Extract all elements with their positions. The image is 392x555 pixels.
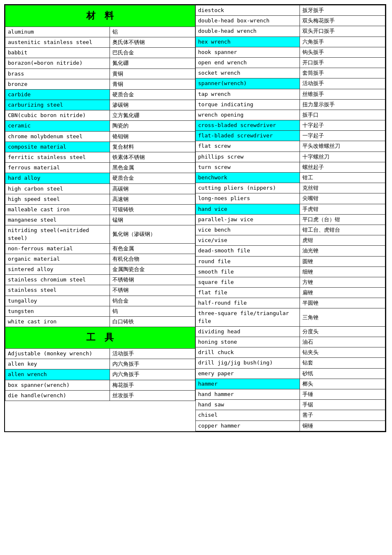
zh-term: 铜锤 (300, 421, 385, 431)
zh-term: 分度头 (300, 326, 385, 337)
zh-term: 手锯 (300, 400, 385, 410)
table-row: vice/vise虎钳 (195, 235, 385, 246)
zh-term: 圆锉 (300, 256, 385, 266)
zh-term: 复合材料 (110, 142, 195, 152)
en-term: babbit (5, 48, 110, 58)
zh-term: 黑色金属 (110, 163, 195, 173)
zh-term: 铬钼钢 (110, 131, 195, 142)
table-row: flat-bladed screwdriver一字起子 (195, 131, 385, 141)
zh-term: 扁锉 (300, 288, 385, 298)
en-term: honing stone (195, 337, 300, 347)
en-term: spanner(wrench) (195, 78, 300, 89)
zh-term: 六角扳手 (300, 37, 385, 47)
zh-term: 钳工台、虎钳台 (300, 225, 385, 235)
en-term: drill chuck (195, 347, 300, 358)
en-term: tungalloy (5, 296, 110, 306)
table-row: copper hammer铜锤 (195, 421, 385, 431)
table-row: double-head wrench双头开口扳手 (195, 26, 385, 37)
zh-term: 黄铜 (110, 68, 195, 79)
en-term: round file (195, 256, 300, 266)
zh-term: 铁素体不锈钢 (110, 152, 195, 163)
table-row: hand hammer手锤 (195, 389, 385, 399)
right-main-table: diestock扳牙扳手double-head box-wrench双头梅花扳手… (195, 5, 386, 431)
en-term: turn screw (195, 162, 300, 172)
table-row: round file圆锉 (195, 256, 385, 266)
left-panel: 材 料aluminum铝austenitic stainless steel奥氏… (5, 5, 195, 431)
table-row: austenitic stainless steel奥氏体不锈钢 (5, 37, 195, 47)
en-term: composite material (5, 142, 110, 152)
table-row: tungalloy钨合金 (5, 296, 195, 306)
left-main-table: 材 料aluminum铝austenitic stainless steel奥氏… (5, 5, 195, 401)
zh-term: 尖嘴钳 (300, 193, 385, 204)
en-term: cross-bladed screwdriver (195, 120, 300, 131)
zh-term: 平头改锥螺丝刀 (300, 141, 385, 152)
table-row: hex wrench六角扳手 (195, 37, 385, 47)
en-term: vice/vise (195, 235, 300, 246)
table-row: smooth file细锉 (195, 266, 385, 277)
en-term: white cast iron (5, 317, 110, 327)
table-row: Adjustable (monkey wrench)活动扳手 (5, 349, 195, 359)
table-row: long-noes pliers尖嘴钳 (195, 193, 385, 204)
table-row: allen key内六角扳手 (5, 359, 195, 369)
page-container: 材 料aluminum铝austenitic stainless steel奥氏… (4, 4, 386, 432)
en-term: open end wrench (195, 57, 300, 68)
zh-term: 开口扳手 (300, 57, 385, 68)
zh-term: 十字起子 (300, 120, 385, 131)
zh-term: 内六角扳手 (110, 369, 195, 380)
table-row: diestock扳牙扳手 (195, 5, 385, 16)
en-term: benchwork (195, 173, 300, 183)
table-row: composite material复合材料 (5, 142, 195, 152)
zh-term: 钨合金 (110, 296, 195, 306)
materials-section-header: 材 料 (5, 5, 195, 27)
en-term: non-ferrous material (5, 243, 110, 254)
en-term: phillips screw (195, 152, 300, 162)
table-row: hook spanner钩头扳手 (195, 47, 385, 57)
table-row: turn screw螺丝起子 (195, 162, 385, 172)
en-term: bronze (5, 79, 110, 89)
en-term: box spanner(wrench) (5, 380, 110, 390)
en-term: chisel (195, 410, 300, 421)
en-term: tungsten (5, 306, 110, 316)
zh-term: 钻夹头 (300, 347, 385, 358)
zh-term: 活动扳手 (300, 78, 385, 89)
table-row: vice bench钳工台、虎钳台 (195, 225, 385, 235)
en-term: three-square file/triangular file (195, 308, 300, 326)
table-row: spanner(wrench)活动扳手 (195, 78, 385, 89)
en-term: high carbon steel (5, 183, 110, 194)
zh-term: 虎钳 (300, 235, 385, 246)
en-term: flat-bladed screwdriver (195, 131, 300, 141)
table-row: hammer榔头 (195, 379, 385, 389)
en-term: vice bench (195, 225, 300, 235)
zh-term: 锰钢 (110, 215, 195, 225)
en-term: carburizing steel (5, 100, 110, 110)
table-row: square file方锉 (195, 277, 385, 287)
zh-term: 榔头 (300, 379, 385, 389)
en-term: hand hammer (195, 389, 300, 399)
table-row: carburizing steel渗碳钢 (5, 100, 195, 110)
zh-term: 立方氮化硼 (110, 110, 195, 121)
zh-term: 砂纸 (300, 368, 385, 379)
zh-term: 氮化钢（渗碳钢） (110, 225, 195, 243)
zh-term: 青铜 (110, 79, 195, 89)
table-row: borazon(=boron nitride)氮化硼 (5, 58, 195, 68)
zh-term: 钻套 (300, 358, 385, 368)
zh-term: 奥氏体不锈钢 (110, 37, 195, 47)
zh-term: 三角锉 (300, 308, 385, 326)
zh-term: 可锻铸铁 (110, 204, 195, 215)
en-term: emery paper (195, 368, 300, 379)
zh-term: 不锈铬钢 (110, 275, 195, 285)
en-term: flat screw (195, 141, 300, 152)
table-row: wrench opening扳手口 (195, 110, 385, 120)
zh-term: 扳牙扳手 (300, 5, 385, 16)
zh-term: 一字起子 (300, 131, 385, 141)
table-row: three-square file/triangular file三角锉 (195, 308, 385, 326)
table-row: tap wrench丝锥扳手 (195, 89, 385, 99)
table-row: brass黄铜 (5, 68, 195, 79)
zh-term: 油石 (300, 337, 385, 347)
table-row: drill chuck钻夹头 (195, 347, 385, 358)
en-term: flat file (195, 288, 300, 298)
table-row: tungsten钨 (5, 306, 195, 316)
table-row: flat screw平头改锥螺丝刀 (195, 141, 385, 152)
en-term: half-round file (195, 298, 300, 308)
zh-term: 活动扳手 (110, 349, 195, 359)
